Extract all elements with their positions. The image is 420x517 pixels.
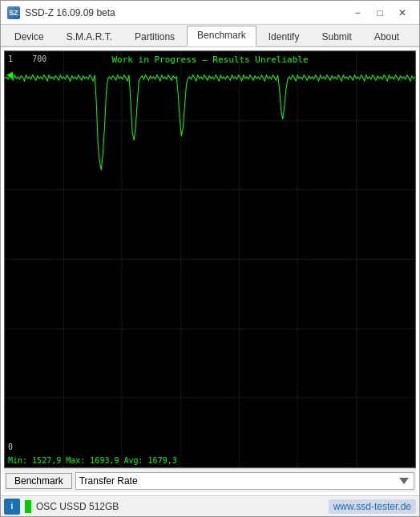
chart-y-marker: 1 [8, 55, 13, 63]
tab-bar: Device S.M.A.R.T. Partitions Benchmark I… [1, 25, 419, 47]
chart-y-max-value: 700 [32, 55, 46, 63]
metric-dropdown[interactable]: Transfer Rate Random Read Random Write S… [75, 472, 414, 490]
tab-device[interactable]: Device [4, 27, 55, 46]
title-bar: SZ SSD-Z 16.09.09 beta − □ ✕ [1, 1, 419, 25]
website-link[interactable]: www.ssd-tester.de [329, 499, 416, 514]
chart-svg [5, 51, 415, 467]
benchmark-chart: 1 700 Work in Progress – Results Unrelia… [4, 50, 416, 468]
tab-about[interactable]: About [364, 27, 410, 46]
benchmark-button[interactable]: Benchmark [6, 473, 72, 489]
tab-smart[interactable]: S.M.A.R.T. [56, 27, 123, 46]
drive-indicator [25, 500, 31, 513]
chart-y-max: 1 700 [8, 55, 46, 63]
info-icon: i [4, 499, 20, 515]
app-icon: SZ [7, 6, 20, 19]
window-title: SSD-Z 16.09.09 beta [25, 7, 347, 18]
chart-warning-label: Work in Progress – Results Unreliable [111, 55, 308, 65]
main-content: 1 700 Work in Progress – Results Unrelia… [1, 47, 419, 495]
maximize-button[interactable]: □ [370, 5, 390, 21]
window-controls: − □ ✕ [347, 5, 413, 21]
tab-benchmark[interactable]: Benchmark [187, 26, 256, 46]
close-button[interactable]: ✕ [392, 5, 413, 21]
drive-info: i OSC USSD 512GB [4, 499, 329, 515]
drive-name: OSC USSD 512GB [36, 501, 119, 512]
chart-stats: Min: 1527,9 Max: 1693,9 Avg: 1679,3 [8, 456, 177, 465]
tab-submit[interactable]: Submit [311, 27, 361, 46]
chart-y-min: 0 [8, 442, 13, 451]
tab-partitions[interactable]: Partitions [124, 27, 185, 46]
minimize-button[interactable]: − [347, 5, 368, 21]
tab-identify[interactable]: Identify [258, 27, 310, 46]
bottom-toolbar: Benchmark Transfer Rate Random Read Rand… [4, 468, 416, 492]
status-bar: i OSC USSD 512GB www.ssd-tester.de [1, 495, 419, 516]
app-icon-text: SZ [9, 9, 18, 17]
main-window: SZ SSD-Z 16.09.09 beta − □ ✕ Device S.M.… [0, 0, 420, 517]
